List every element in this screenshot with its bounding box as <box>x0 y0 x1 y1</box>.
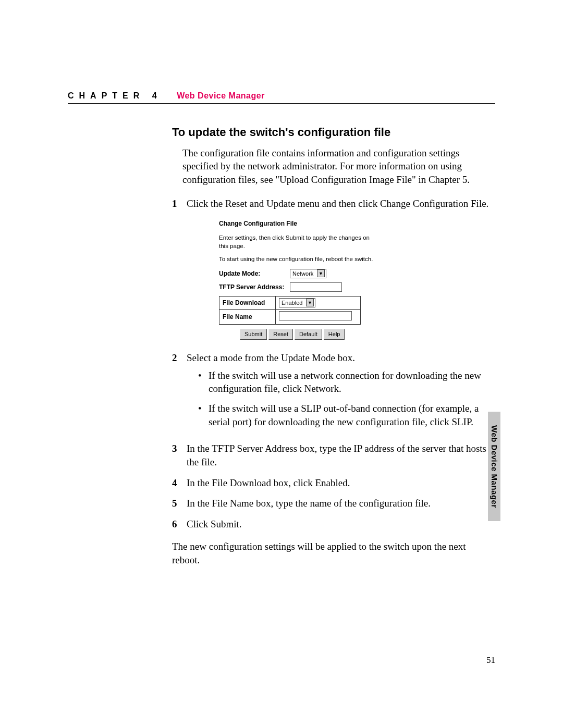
step-list-continued: 2 Select a mode from the Update Mode box… <box>172 351 490 530</box>
file-name-row: File Name <box>219 309 361 324</box>
step-number: 2 <box>172 351 179 435</box>
step-text: Click Submit. <box>187 517 490 531</box>
update-mode-row: Update Mode: Network ▼ <box>219 269 375 278</box>
step-2-bullets: If the switch will use a network connect… <box>198 369 490 429</box>
chevron-down-icon: ▼ <box>306 299 314 306</box>
update-mode-value: Network <box>292 270 313 278</box>
step-list: 1 Click the Reset and Update menu and th… <box>172 197 490 211</box>
step-6: 6 Click Submit. <box>172 517 490 531</box>
step-3: 3 In the TFTP Server Address box, type t… <box>172 442 490 468</box>
file-download-row: File Download Enabled ▼ <box>219 296 361 309</box>
submit-button[interactable]: Submit <box>240 329 267 340</box>
change-config-dialog: Change Configuration File Enter settings… <box>219 219 375 340</box>
file-download-value: Enabled <box>282 299 302 307</box>
closing-paragraph: The new configuration settings will be a… <box>172 540 490 566</box>
tftp-label: TFTP Server Address: <box>219 283 287 291</box>
chevron-down-icon: ▼ <box>317 269 325 277</box>
side-tab: Web Device Manager <box>488 412 500 521</box>
file-download-label: File Download <box>219 296 276 309</box>
default-button[interactable]: Default <box>295 329 322 340</box>
chapter-number: CHAPTER 4 <box>68 91 162 100</box>
step-4: 4 In the File Download box, click Enable… <box>172 476 490 490</box>
step-text: Click the Reset and Update menu and then… <box>187 197 490 211</box>
config-table: File Download Enabled ▼ File Name <box>219 296 361 325</box>
step-text: In the File Name box, type the name of t… <box>187 497 490 510</box>
tftp-input[interactable] <box>290 282 342 292</box>
file-name-input[interactable] <box>279 311 352 320</box>
file-name-label: File Name <box>219 309 276 324</box>
step-5: 5 In the File Name box, type the name of… <box>172 497 490 510</box>
page-number: 51 <box>486 655 495 665</box>
intro-paragraph: The configuration file contains informat… <box>182 146 490 187</box>
step-2: 2 Select a mode from the Update Mode box… <box>172 351 490 435</box>
file-download-select[interactable]: Enabled ▼ <box>279 298 315 307</box>
page-container: CHAPTER 4 Web Device Manager To update t… <box>0 0 563 567</box>
chapter-title: Web Device Manager <box>177 91 265 100</box>
dialog-instruction-2: To start using the new configuration fil… <box>219 255 375 264</box>
dialog-instruction-1: Enter settings, then click Submit to app… <box>219 234 375 250</box>
running-head: CHAPTER 4 Web Device Manager <box>68 91 495 104</box>
step-text: In the TFTP Server Address box, type the… <box>187 442 490 468</box>
side-tab-label: Web Device Manager <box>490 425 499 508</box>
section-heading: To update the switch's configuration fil… <box>172 125 490 140</box>
dialog-button-row: Submit Reset Default Help <box>240 329 375 340</box>
tftp-row: TFTP Server Address: <box>219 282 375 292</box>
update-mode-select[interactable]: Network ▼ <box>290 269 326 278</box>
dialog-title: Change Configuration File <box>219 219 375 228</box>
step-text: In the File Download box, click Enabled. <box>187 476 490 490</box>
step-text: Select a mode from the Update Mode box. <box>187 352 355 363</box>
update-mode-label: Update Mode: <box>219 269 287 278</box>
step-number: 4 <box>172 476 179 490</box>
dialog-figure: Change Configuration File Enter settings… <box>219 219 490 340</box>
step-number: 5 <box>172 497 179 510</box>
step-number: 1 <box>172 197 179 211</box>
bullet-slip: If the switch will use a SLIP out-of-ban… <box>198 402 490 428</box>
bullet-network: If the switch will use a network connect… <box>198 369 490 396</box>
help-button[interactable]: Help <box>324 329 345 340</box>
step-1: 1 Click the Reset and Update menu and th… <box>172 197 490 211</box>
step-number: 6 <box>172 517 179 531</box>
content-area: To update the switch's configuration fil… <box>68 104 495 567</box>
step-number: 3 <box>172 442 179 468</box>
reset-button[interactable]: Reset <box>268 329 293 340</box>
